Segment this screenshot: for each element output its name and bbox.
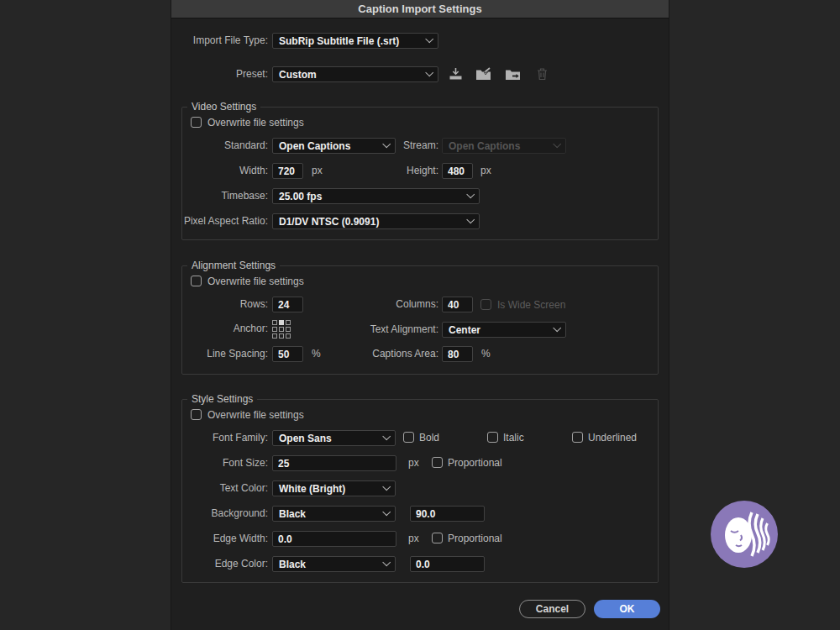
columns-label: Columns:	[307, 297, 438, 312]
columns-input[interactable]	[442, 297, 473, 312]
pixel-aspect-ratio-select[interactable]: D1/DV NTSC (0.9091)	[272, 213, 480, 229]
timebase-label: Timebase:	[171, 188, 268, 204]
alignment-overwrite-checkbox[interactable]	[191, 276, 202, 286]
anchor-cell[interactable]	[286, 320, 291, 325]
height-input[interactable]	[442, 163, 473, 179]
alignment-overwrite-label: Overwrite file settings	[207, 276, 304, 287]
video-settings-title: Video Settings	[187, 101, 260, 113]
anchor-cell-selected[interactable]	[279, 320, 284, 325]
font-family-label: Font Family:	[171, 430, 268, 446]
anchor-cell[interactable]	[286, 327, 291, 332]
pixel-aspect-ratio-value: D1/DV NTSC (0.9091)	[279, 216, 379, 228]
style-overwrite-checkbox[interactable]	[191, 409, 202, 420]
anchor-cell[interactable]	[272, 327, 277, 332]
underlined-checkbox[interactable]	[572, 432, 583, 443]
pixel-aspect-ratio-label: Pixel Aspect Ratio:	[171, 213, 268, 229]
import-file-type-select[interactable]: SubRip Subtitle File (.srt)	[272, 33, 438, 49]
italic-label: Italic	[503, 432, 524, 444]
style-overwrite-label: Overwrite file settings	[207, 409, 304, 421]
edge-color-amount-input[interactable]	[410, 556, 485, 572]
caption-import-settings-dialog: Caption Import Settings Import File Type…	[171, 0, 669, 630]
text-color-select[interactable]: White (Bright)	[272, 480, 396, 496]
font-family-value: Open Sans	[279, 433, 332, 444]
height-unit: px	[480, 163, 491, 179]
is-wide-screen-checkbox	[480, 299, 491, 310]
ok-button[interactable]: OK	[594, 600, 660, 618]
import-file-type-value: SubRip Subtitle File (.srt)	[279, 35, 399, 47]
import-file-type-label: Import File Type:	[171, 33, 268, 49]
face-logo-icon	[710, 500, 779, 569]
font-size-input[interactable]	[272, 455, 396, 471]
chevron-down-icon	[425, 34, 433, 43]
chevron-down-icon	[553, 323, 561, 332]
anchor-cell[interactable]	[279, 333, 284, 339]
rows-input[interactable]	[272, 297, 303, 312]
stream-label: Stream:	[307, 138, 438, 154]
preset-label: Preset:	[171, 66, 268, 82]
chevron-down-icon	[382, 558, 391, 566]
width-input[interactable]	[272, 163, 303, 179]
edge-color-select[interactable]: Black	[272, 556, 396, 572]
video-overwrite-label: Overwrite file settings	[207, 117, 304, 129]
standard-label: Standard:	[171, 138, 268, 154]
edge-width-input[interactable]	[272, 531, 396, 547]
background-label: Background:	[171, 506, 268, 522]
edge-width-unit: px	[408, 531, 419, 547]
export-preset-icon[interactable]	[504, 66, 521, 82]
edge-width-proportional-label: Proportional	[448, 533, 502, 544]
italic-checkbox[interactable]	[487, 432, 498, 443]
captions-area-unit: %	[481, 346, 491, 362]
text-alignment-select[interactable]: Center	[442, 322, 566, 338]
text-color-label: Text Color:	[171, 480, 268, 496]
anchor-label: Anchor:	[171, 321, 268, 337]
text-alignment-value: Center	[449, 324, 480, 336]
height-label: Height:	[307, 163, 438, 179]
edge-width-proportional-checkbox[interactable]	[432, 533, 443, 543]
font-size-unit: px	[408, 455, 419, 471]
bold-checkbox[interactable]	[403, 432, 414, 443]
captions-area-input[interactable]	[442, 346, 473, 362]
line-spacing-label: Line Spacing:	[171, 346, 268, 362]
font-family-select[interactable]: Open Sans	[272, 430, 396, 446]
style-settings-title: Style Settings	[187, 393, 257, 406]
import-preset-icon[interactable]	[475, 66, 491, 82]
delete-preset-icon	[533, 66, 550, 82]
preset-value: Custom	[279, 69, 317, 81]
cancel-button[interactable]: Cancel	[519, 600, 585, 618]
background-color-select[interactable]: Black	[272, 506, 396, 522]
width-label: Width:	[171, 163, 268, 179]
anchor-cell[interactable]	[272, 320, 277, 325]
dialog-titlebar[interactable]: Caption Import Settings	[171, 0, 669, 18]
bold-label: Bold	[419, 432, 439, 444]
cancel-button-label: Cancel	[536, 603, 569, 615]
is-wide-screen-label: Is Wide Screen	[497, 299, 565, 311]
chevron-down-icon	[466, 215, 475, 223]
save-preset-icon[interactable]	[447, 66, 464, 82]
text-color-value: White (Bright)	[279, 483, 345, 495]
edge-color-label: Edge Color:	[171, 556, 268, 572]
captions-area-label: Captions Area:	[307, 346, 438, 362]
timebase-select[interactable]: 25.00 fps	[272, 188, 480, 204]
font-size-proportional-label: Proportional	[448, 457, 502, 469]
edge-width-label: Edge Width:	[171, 531, 268, 547]
underlined-label: Underlined	[588, 432, 637, 444]
anchor-point-selector[interactable]	[272, 320, 291, 339]
chevron-down-icon	[382, 432, 391, 440]
background-color-value: Black	[279, 508, 306, 520]
stream-select: Open Captions	[442, 138, 566, 154]
video-overwrite-checkbox[interactable]	[191, 117, 202, 128]
screen: { "window": { "title": "Caption Import S…	[0, 0, 840, 630]
timebase-value: 25.00 fps	[279, 191, 322, 202]
preset-select[interactable]: Custom	[272, 66, 438, 82]
background-opacity-input[interactable]	[410, 506, 485, 522]
text-alignment-label: Text Alignment:	[307, 322, 438, 338]
anchor-cell[interactable]	[279, 327, 284, 332]
font-size-proportional-checkbox[interactable]	[432, 457, 443, 468]
anchor-cell[interactable]	[286, 333, 291, 339]
line-spacing-input[interactable]	[272, 346, 303, 362]
anchor-cell[interactable]	[272, 333, 277, 339]
dialog-title: Caption Import Settings	[358, 3, 481, 15]
chevron-down-icon	[466, 190, 475, 198]
chevron-down-icon	[553, 139, 561, 148]
ok-button-label: OK	[620, 603, 635, 615]
